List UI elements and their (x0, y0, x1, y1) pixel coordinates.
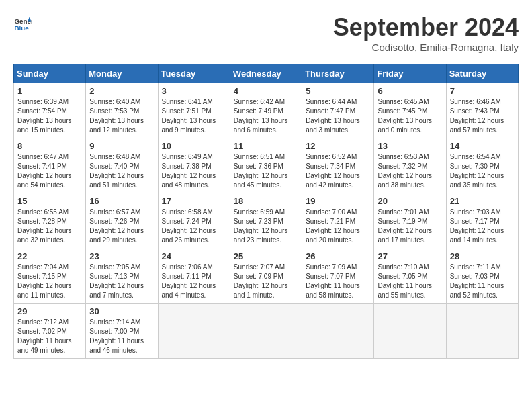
header-row: Sunday Monday Tuesday Wednesday Thursday… (14, 64, 519, 83)
title-area: September 2024 Codisotto, Emilia-Romagna… (333, 13, 519, 53)
cell-info: Sunrise: 7:10 AMSunset: 7:05 PMDaylight:… (378, 263, 442, 300)
cell-info: Sunrise: 6:42 AMSunset: 7:49 PMDaylight:… (234, 97, 298, 135)
table-cell: 15Sunrise: 6:55 AMSunset: 7:28 PMDayligh… (14, 193, 86, 248)
table-cell: 19Sunrise: 7:00 AMSunset: 7:21 PMDayligh… (302, 193, 374, 248)
cell-info: Sunrise: 7:03 AMSunset: 7:17 PMDaylight:… (450, 208, 515, 245)
col-monday: Monday (86, 64, 158, 83)
table-cell: 22Sunrise: 7:04 AMSunset: 7:15 PMDayligh… (14, 248, 86, 304)
cell-info: Sunrise: 6:59 AMSunset: 7:23 PMDaylight:… (234, 208, 298, 245)
cell-info: Sunrise: 7:00 AMSunset: 7:21 PMDaylight:… (306, 208, 370, 245)
table-cell (158, 304, 230, 359)
table-row: 8Sunrise: 6:47 AMSunset: 7:41 PMDaylight… (14, 138, 519, 193)
table-cell: 5Sunrise: 6:44 AMSunset: 7:47 PMDaylight… (302, 83, 374, 138)
cell-info: Sunrise: 6:46 AMSunset: 7:43 PMDaylight:… (450, 97, 515, 135)
day-number: 1 (17, 86, 82, 96)
month-title: September 2024 (333, 13, 519, 42)
table-cell: 2Sunrise: 6:40 AMSunset: 7:53 PMDaylight… (86, 83, 158, 138)
cell-info: Sunrise: 6:58 AMSunset: 7:24 PMDaylight:… (162, 208, 226, 245)
day-number: 19 (306, 196, 370, 206)
cell-info: Sunrise: 7:04 AMSunset: 7:15 PMDaylight:… (17, 263, 82, 300)
table-cell: 1Sunrise: 6:39 AMSunset: 7:54 PMDaylight… (14, 83, 86, 138)
day-number: 26 (306, 251, 370, 261)
cell-info: Sunrise: 7:07 AMSunset: 7:09 PMDaylight:… (234, 263, 298, 300)
table-cell: 30Sunrise: 7:14 AMSunset: 7:00 PMDayligh… (86, 304, 158, 359)
cell-info: Sunrise: 6:47 AMSunset: 7:41 PMDaylight:… (17, 152, 82, 190)
calendar-body: 1Sunrise: 6:39 AMSunset: 7:54 PMDaylight… (14, 83, 519, 359)
table-cell: 10Sunrise: 6:49 AMSunset: 7:38 PMDayligh… (158, 138, 230, 193)
table-cell (302, 304, 374, 359)
cell-info: Sunrise: 6:54 AMSunset: 7:30 PMDaylight:… (450, 152, 515, 190)
cell-info: Sunrise: 6:39 AMSunset: 7:54 PMDaylight:… (17, 97, 82, 135)
table-cell: 18Sunrise: 6:59 AMSunset: 7:23 PMDayligh… (230, 193, 302, 248)
col-tuesday: Tuesday (158, 64, 230, 83)
day-number: 29 (17, 306, 82, 316)
day-number: 25 (234, 251, 298, 261)
table-row: 1Sunrise: 6:39 AMSunset: 7:54 PMDaylight… (14, 83, 519, 138)
cell-info: Sunrise: 7:11 AMSunset: 7:03 PMDaylight:… (450, 263, 515, 300)
cell-info: Sunrise: 6:40 AMSunset: 7:53 PMDaylight:… (89, 97, 154, 135)
day-number: 7 (450, 86, 515, 96)
table-cell: 23Sunrise: 7:05 AMSunset: 7:13 PMDayligh… (86, 248, 158, 304)
table-cell: 8Sunrise: 6:47 AMSunset: 7:41 PMDaylight… (14, 138, 86, 193)
day-number: 24 (162, 251, 226, 261)
table-cell: 9Sunrise: 6:48 AMSunset: 7:40 PMDaylight… (86, 138, 158, 193)
day-number: 28 (450, 251, 515, 261)
day-number: 10 (162, 141, 226, 151)
cell-info: Sunrise: 6:53 AMSunset: 7:32 PMDaylight:… (378, 152, 442, 190)
cell-info: Sunrise: 6:48 AMSunset: 7:40 PMDaylight:… (89, 152, 154, 190)
day-number: 14 (450, 141, 515, 151)
cell-info: Sunrise: 7:01 AMSunset: 7:19 PMDaylight:… (378, 208, 442, 245)
table-cell: 28Sunrise: 7:11 AMSunset: 7:03 PMDayligh… (446, 248, 518, 304)
cell-info: Sunrise: 6:45 AMSunset: 7:45 PMDaylight:… (378, 97, 442, 135)
table-cell: 13Sunrise: 6:53 AMSunset: 7:32 PMDayligh… (374, 138, 446, 193)
day-number: 4 (234, 86, 298, 96)
calendar-table: Sunday Monday Tuesday Wednesday Thursday… (13, 64, 519, 359)
table-row: 29Sunrise: 7:12 AMSunset: 7:02 PMDayligh… (14, 304, 519, 359)
svg-text:Blue: Blue (14, 24, 29, 32)
col-sunday: Sunday (14, 64, 86, 83)
day-number: 22 (17, 251, 82, 261)
day-number: 9 (89, 141, 154, 151)
day-number: 8 (17, 141, 82, 151)
table-cell (374, 304, 446, 359)
day-number: 13 (378, 141, 442, 151)
day-number: 23 (89, 251, 154, 261)
header: General Blue September 2024 Codisotto, E… (13, 13, 519, 53)
col-saturday: Saturday (446, 64, 518, 83)
table-cell: 3Sunrise: 6:41 AMSunset: 7:51 PMDaylight… (158, 83, 230, 138)
day-number: 3 (162, 86, 226, 96)
day-number: 11 (234, 141, 298, 151)
cell-info: Sunrise: 6:41 AMSunset: 7:51 PMDaylight:… (162, 97, 226, 135)
table-cell: 6Sunrise: 6:45 AMSunset: 7:45 PMDaylight… (374, 83, 446, 138)
logo: General Blue (13, 13, 32, 32)
day-number: 12 (306, 141, 370, 151)
table-cell: 16Sunrise: 6:57 AMSunset: 7:26 PMDayligh… (86, 193, 158, 248)
table-cell (446, 304, 518, 359)
day-number: 17 (162, 196, 226, 206)
table-cell: 7Sunrise: 6:46 AMSunset: 7:43 PMDaylight… (446, 83, 518, 138)
cell-info: Sunrise: 7:14 AMSunset: 7:00 PMDaylight:… (89, 318, 154, 355)
table-cell: 26Sunrise: 7:09 AMSunset: 7:07 PMDayligh… (302, 248, 374, 304)
table-cell: 21Sunrise: 7:03 AMSunset: 7:17 PMDayligh… (446, 193, 518, 248)
day-number: 18 (234, 196, 298, 206)
cell-info: Sunrise: 7:09 AMSunset: 7:07 PMDaylight:… (306, 263, 370, 300)
table-cell: 24Sunrise: 7:06 AMSunset: 7:11 PMDayligh… (158, 248, 230, 304)
table-cell: 29Sunrise: 7:12 AMSunset: 7:02 PMDayligh… (14, 304, 86, 359)
cell-info: Sunrise: 7:05 AMSunset: 7:13 PMDaylight:… (89, 263, 154, 300)
table-cell: 17Sunrise: 6:58 AMSunset: 7:24 PMDayligh… (158, 193, 230, 248)
table-cell: 11Sunrise: 6:51 AMSunset: 7:36 PMDayligh… (230, 138, 302, 193)
col-wednesday: Wednesday (230, 64, 302, 83)
day-number: 21 (450, 196, 515, 206)
logo-icon: General Blue (13, 13, 32, 32)
table-cell: 20Sunrise: 7:01 AMSunset: 7:19 PMDayligh… (374, 193, 446, 248)
day-number: 16 (89, 196, 154, 206)
cell-info: Sunrise: 6:57 AMSunset: 7:26 PMDaylight:… (89, 208, 154, 245)
day-number: 5 (306, 86, 370, 96)
col-friday: Friday (374, 64, 446, 83)
table-cell: 14Sunrise: 6:54 AMSunset: 7:30 PMDayligh… (446, 138, 518, 193)
day-number: 20 (378, 196, 442, 206)
day-number: 15 (17, 196, 82, 206)
table-cell: 27Sunrise: 7:10 AMSunset: 7:05 PMDayligh… (374, 248, 446, 304)
location: Codisotto, Emilia-Romagna, Italy (333, 42, 519, 53)
table-cell: 4Sunrise: 6:42 AMSunset: 7:49 PMDaylight… (230, 83, 302, 138)
